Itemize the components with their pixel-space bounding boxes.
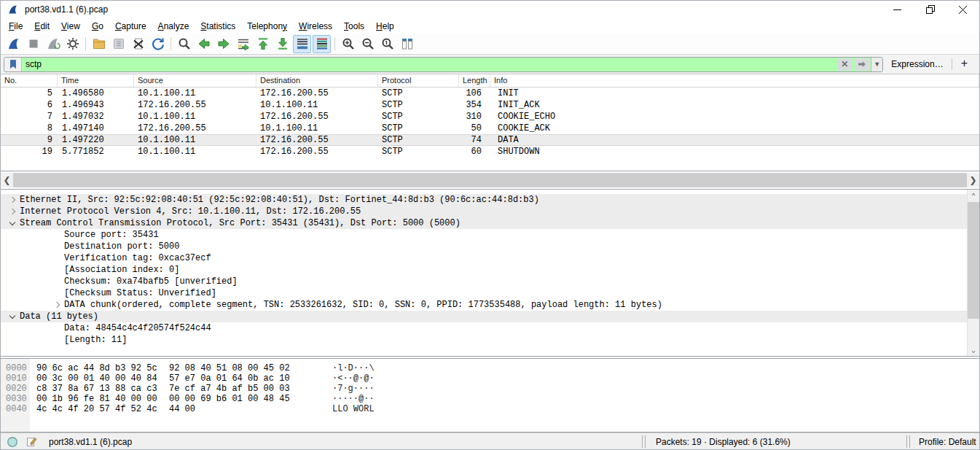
detail-row[interactable]: [Length: 11] (1, 334, 967, 346)
apply-filter-icon[interactable] (855, 58, 869, 71)
minimize-button[interactable] (881, 1, 914, 18)
menu-help[interactable]: Help (370, 20, 400, 33)
hex-row-0040[interactable]: 00404c 4c 4f 20 57 4f 52 4c44 00LLO WORL (1, 404, 979, 414)
go-to-last-button[interactable] (273, 35, 291, 53)
expression-button[interactable]: Expression… (883, 59, 951, 69)
column-header-length[interactable]: Length (459, 74, 490, 87)
bookmark-icon[interactable] (4, 58, 22, 71)
menu-statistics[interactable]: Statistics (195, 20, 241, 33)
detail-row[interactable]: Verification tag: 0xcac37ecf (1, 252, 967, 264)
detail-row[interactable]: [Checksum Status: Unverified] (1, 287, 967, 299)
chevron-down-icon[interactable]: ▼ (871, 58, 882, 71)
restore-button[interactable] (914, 1, 946, 18)
detail-row[interactable]: Destination port: 5000 (1, 241, 967, 252)
add-filter-button[interactable]: + (952, 57, 976, 71)
vscrollbar-thumb[interactable] (968, 202, 979, 319)
expand-toggle-icon[interactable] (5, 198, 20, 202)
go-to-packet-button[interactable] (234, 35, 252, 53)
detail-row[interactable]: Checksum: 0xa74bafb5 [unverified] (1, 276, 967, 287)
resize-columns-button[interactable] (398, 35, 416, 53)
detail-row[interactable]: DATA chunk(ordered, complete segment, TS… (1, 299, 967, 311)
scroll-up-icon[interactable]: ⌃ (968, 190, 979, 202)
reload-file-button[interactable] (149, 35, 167, 53)
column-header-destination[interactable]: Destination (256, 74, 378, 87)
hex-bytes[interactable]: 00 3c 00 01 40 00 40 84 (36, 373, 157, 384)
zoom-out-button[interactable] (358, 35, 377, 53)
packet-row-7[interactable]: 71.49703210.1.100.11172.16.200.55SCTP310… (1, 111, 979, 123)
column-header-info[interactable]: Info (490, 74, 979, 87)
packet-list-hscrollbar[interactable]: ❮ ❯ (1, 173, 979, 187)
column-header-protocol[interactable]: Protocol (378, 74, 459, 87)
find-packet-button[interactable] (175, 35, 193, 53)
close-file-button[interactable] (129, 35, 147, 53)
hex-ascii[interactable]: ·l·D···\ (332, 363, 375, 373)
go-back-button[interactable] (195, 35, 213, 53)
collapse-toggle-icon[interactable] (5, 316, 20, 318)
detail-row[interactable]: Data: 48454c4c4f20574f524c44 (1, 322, 967, 334)
menu-tools[interactable]: Tools (338, 20, 370, 33)
open-file-button[interactable] (90, 35, 108, 53)
detail-row[interactable]: [Association index: 0] (1, 264, 967, 276)
hex-row-0030[interactable]: 003000 1b 96 fe 81 40 00 0000 00 69 b6 0… (1, 394, 979, 404)
collapse-toggle-icon[interactable] (5, 222, 20, 225)
detail-row[interactable]: Data (11 bytes) (1, 311, 967, 322)
hscrollbar-thumb[interactable] (13, 173, 967, 187)
hex-row-0020[interactable]: 0020c8 37 8a 67 13 88 ca c37e cf a7 4b a… (1, 384, 979, 394)
hex-bytes[interactable]: 90 6c ac 44 8d b3 92 5c (36, 363, 157, 373)
scroll-right-icon[interactable]: ❯ (967, 173, 979, 187)
detail-row[interactable]: Source port: 35431 (1, 229, 967, 241)
column-header-time[interactable]: Time (58, 74, 134, 87)
zoom-in-button[interactable] (339, 35, 357, 53)
details-vscrollbar[interactable]: ⌃ ⌄ (967, 190, 979, 356)
menu-edit[interactable]: Edit (28, 20, 55, 33)
packet-row-9[interactable]: 91.49722010.1.100.11172.16.200.55SCTP74D… (1, 134, 979, 146)
go-forward-button[interactable] (214, 35, 232, 53)
hex-bytes[interactable]: 00 00 69 b6 01 00 48 45 (169, 394, 290, 404)
hex-ascii[interactable]: LLO WORL (332, 404, 375, 414)
hex-bytes[interactable]: c8 37 8a 67 13 88 ca c3 (36, 384, 157, 394)
go-to-first-button[interactable] (254, 35, 272, 53)
clear-filter-icon[interactable]: ✕ (837, 58, 852, 71)
menu-capture[interactable]: Capture (109, 20, 152, 33)
close-button[interactable] (946, 1, 979, 18)
detail-row[interactable]: Ethernet II, Src: 92:5c:92:08:40:51 (92:… (1, 194, 967, 206)
capture-options-button[interactable] (63, 35, 82, 53)
hex-bytes[interactable]: 57 e7 0a 01 64 0b ac 10 (169, 373, 290, 384)
display-filter-input[interactable] (22, 58, 836, 71)
hex-bytes[interactable]: 4c 4c 4f 20 57 4f 52 4c (36, 404, 157, 414)
scroll-left-icon[interactable]: ❮ (1, 173, 13, 187)
hex-bytes[interactable]: 7e cf a7 4b af b5 00 03 (169, 384, 290, 394)
expand-toggle-icon[interactable] (50, 303, 64, 307)
expand-toggle-icon[interactable] (5, 209, 20, 214)
packet-row-5[interactable]: 51.49658010.1.100.11172.16.200.55SCTP106… (1, 88, 979, 99)
start-capture-button[interactable] (4, 35, 23, 53)
hex-bytes[interactable]: 92 08 40 51 08 00 45 02 (169, 363, 290, 373)
expert-info-icon[interactable] (5, 435, 20, 449)
profile-label[interactable]: Profile: Default (910, 437, 979, 447)
auto-scroll-toggle-button[interactable] (293, 35, 311, 53)
capture-comment-icon[interactable] (24, 435, 39, 449)
menu-file[interactable]: File (3, 20, 28, 33)
display-filter-field[interactable]: ✕ ▼ (4, 57, 883, 72)
menu-go[interactable]: Go (86, 20, 109, 33)
column-header-source[interactable]: Source (134, 74, 256, 87)
hex-ascii[interactable]: ·7·g···· (332, 384, 375, 394)
hex-bytes[interactable]: 44 00 (169, 404, 290, 414)
hex-ascii[interactable]: ·····@·· (332, 394, 375, 404)
packet-row-8[interactable]: 81.497140172.16.200.5510.1.100.11SCTP50C… (1, 123, 979, 134)
menu-view[interactable]: View (55, 20, 86, 33)
zoom-original-button[interactable] (378, 35, 396, 53)
detail-row[interactable]: Internet Protocol Version 4, Src: 10.1.1… (1, 206, 967, 217)
menu-telephony[interactable]: Telephony (241, 20, 293, 33)
packet-row-19[interactable]: 195.77185210.1.100.11172.16.200.55SCTP60… (1, 146, 979, 158)
hex-row-0010[interactable]: 001000 3c 00 01 40 00 40 8457 e7 0a 01 6… (1, 373, 979, 384)
hex-bytes[interactable]: 00 1b 96 fe 81 40 00 00 (36, 394, 157, 404)
menu-wireless[interactable]: Wireless (293, 20, 338, 33)
colorize-toggle-button[interactable] (313, 35, 331, 53)
detail-row[interactable]: Stream Control Transmission Protocol, Sr… (1, 217, 967, 229)
hex-ascii[interactable]: ·<··@·@· (332, 373, 375, 384)
column-header-no[interactable]: No. (1, 74, 58, 87)
hex-row-0000[interactable]: 000090 6c ac 44 8d b3 92 5c92 08 40 51 0… (1, 363, 979, 373)
packet-row-6[interactable]: 61.496943172.16.200.5510.1.100.11SCTP354… (1, 99, 979, 111)
menu-analyze[interactable]: Analyze (152, 20, 195, 33)
